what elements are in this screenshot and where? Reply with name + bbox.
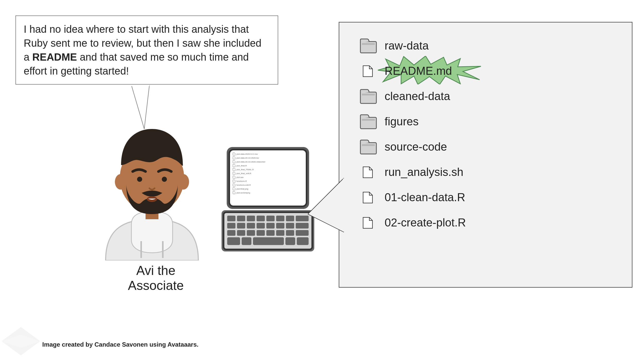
- image-credit: Image created by Candace Savonen using A…: [42, 341, 198, 348]
- svg-rect-21: [227, 223, 235, 229]
- svg-rect-22: [237, 223, 245, 229]
- file-panel-tail: [308, 178, 344, 236]
- laptop-screen-file-label: plot-screenpng: [236, 192, 250, 194]
- svg-rect-50: [362, 144, 375, 146]
- svg-rect-16: [257, 216, 265, 221]
- folder-icon: [360, 88, 377, 104]
- laptop-screen-file-label: plot-data-20-10-2020.tsv: [236, 157, 259, 159]
- svg-rect-36: [296, 230, 309, 236]
- speech-text-bold: README: [32, 51, 77, 63]
- file-item-label: source-code: [385, 140, 447, 153]
- laptop-screen-file-label: plot_final.R: [236, 165, 247, 167]
- svg-point-7: [162, 177, 167, 182]
- svg-rect-41: [297, 237, 309, 245]
- svg-rect-35: [286, 230, 294, 236]
- svg-rect-24: [257, 223, 265, 229]
- laptop-screen-file-label: plot.sav: [236, 176, 244, 178]
- svg-marker-0: [131, 85, 149, 129]
- file-item: raw-data: [360, 38, 611, 53]
- file-item-label: figures: [385, 115, 419, 128]
- folder-icon: [360, 38, 377, 53]
- laptop-screen-file-label: plot_final_FINAL.R: [236, 168, 254, 171]
- svg-rect-1: [131, 85, 149, 86]
- svg-point-4: [115, 174, 126, 190]
- svg-rect-23: [247, 223, 255, 229]
- file-item-label: cleaned-data: [385, 90, 450, 103]
- laptop-screen-file: plot-data-20-10-2020.tsv: [233, 157, 259, 159]
- svg-rect-15: [247, 216, 255, 221]
- svg-rect-25: [266, 223, 275, 229]
- svg-rect-13: [227, 216, 235, 221]
- file-item: source-code: [360, 139, 611, 154]
- laptop-screen-file-label: plot_final_edit.R: [236, 172, 251, 175]
- laptop-screen-file-label: functions-edit.R: [236, 184, 251, 186]
- laptop-screen-file: functions.R: [233, 180, 247, 182]
- avatar: [98, 126, 206, 261]
- svg-rect-40: [285, 237, 295, 245]
- file-item-label: 02-create-plot.R: [385, 216, 466, 229]
- svg-rect-46: [362, 94, 375, 95]
- file-item: cleaned-data: [360, 88, 611, 104]
- svg-rect-14: [237, 216, 245, 221]
- svg-rect-34: [276, 230, 284, 236]
- svg-rect-33: [266, 230, 275, 236]
- svg-rect-52: [343, 178, 344, 232]
- svg-rect-38: [242, 237, 251, 245]
- folder-icon: [360, 114, 377, 129]
- laptop-icon: plot-data-2020-9-11.tsvplot-data-20-10-2…: [222, 144, 314, 253]
- file-icon: [360, 164, 377, 180]
- avatar-caption: Avi the Associate: [113, 263, 198, 293]
- svg-rect-37: [227, 237, 240, 245]
- laptop-screen-file-label: plot-data-20-10-2020-cleancher: [236, 161, 265, 163]
- file-item: figures: [360, 114, 611, 129]
- svg-rect-20: [296, 216, 309, 221]
- laptop-screen-file-label: plot-data-2020-9-11.tsv: [236, 153, 258, 155]
- avatar-name-line1: Avi the: [113, 263, 198, 278]
- laptop-screen-file: plot-data-20-10-2020-cleancher: [233, 160, 265, 163]
- svg-rect-29: [227, 230, 235, 236]
- avatar-name-line2: Associate: [113, 278, 198, 293]
- file-icon: [360, 190, 377, 205]
- svg-rect-31: [247, 230, 255, 236]
- file-item: README.md: [360, 63, 611, 79]
- file-icon: [360, 215, 377, 230]
- svg-rect-17: [266, 216, 275, 221]
- file-listing-panel: raw-data README.md cleaned-data figures …: [339, 22, 632, 288]
- file-item: run_analysis.sh: [360, 164, 611, 180]
- svg-rect-43: [362, 43, 375, 45]
- svg-marker-54: [2, 335, 40, 348]
- laptop-screen-file-label: functions.R: [236, 180, 247, 182]
- file-item-label: run_analysis.sh: [385, 166, 463, 178]
- svg-rect-28: [296, 223, 309, 229]
- laptop-screen-file-label: plot-final.png: [236, 188, 248, 190]
- file-item: 02-create-plot.R: [360, 215, 611, 230]
- laptop-screen-file: plot_final.R: [233, 164, 247, 167]
- svg-rect-26: [276, 223, 284, 229]
- speech-bubble: I had no idea where to start with this a…: [15, 15, 278, 85]
- leaf-decoration-icon: [2, 327, 40, 355]
- svg-rect-30: [237, 230, 245, 236]
- file-item-label: raw-data: [385, 39, 429, 52]
- file-icon: [360, 63, 377, 79]
- svg-rect-27: [286, 223, 294, 229]
- svg-rect-39: [253, 237, 284, 245]
- folder-icon: [360, 139, 377, 154]
- file-item: 01-clean-data.R: [360, 190, 611, 205]
- svg-rect-48: [362, 119, 375, 121]
- file-item-label: README.md: [385, 64, 452, 77]
- svg-point-5: [178, 174, 189, 190]
- svg-rect-19: [286, 216, 294, 221]
- laptop-screen-file: plot-data-2020-9-11.tsv: [233, 153, 258, 155]
- laptop-screen-file: plot.sav: [233, 176, 244, 178]
- file-item-label: 01-clean-data.R: [385, 191, 465, 204]
- svg-rect-32: [257, 230, 265, 236]
- svg-rect-18: [276, 216, 284, 221]
- svg-point-6: [137, 177, 142, 182]
- svg-marker-51: [308, 178, 344, 232]
- file-list: raw-data README.md cleaned-data figures …: [339, 22, 632, 256]
